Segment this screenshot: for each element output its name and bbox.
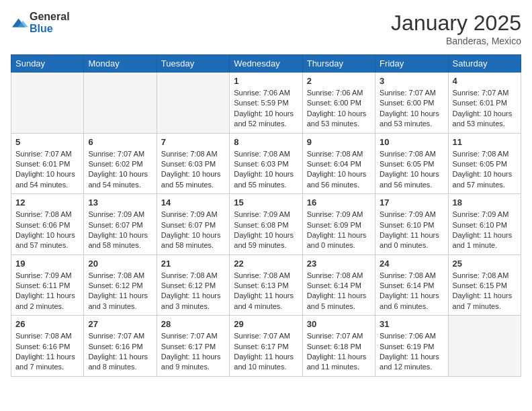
calendar-day: 30Sunrise: 7:07 AMSunset: 6:18 PMDayligh… xyxy=(302,316,375,377)
logo: General Blue xyxy=(11,11,70,35)
day-number: 15 xyxy=(234,197,298,208)
day-info: Sunrise: 7:09 AMSunset: 6:11 PMDaylight:… xyxy=(15,271,79,312)
day-number: 13 xyxy=(88,197,152,208)
daylight-text: Daylight: 10 hours and 57 minutes. xyxy=(15,230,79,251)
sunset-text: Sunset: 6:09 PM xyxy=(307,220,371,230)
daylight-text: Daylight: 10 hours and 54 minutes. xyxy=(88,169,152,190)
sunrise-text: Sunrise: 7:08 AM xyxy=(453,149,517,159)
daylight-text: Daylight: 11 hours and 0 minutes. xyxy=(380,230,443,251)
calendar-day: 16Sunrise: 7:09 AMSunset: 6:09 PMDayligh… xyxy=(302,194,375,255)
day-info: Sunrise: 7:07 AMSunset: 6:17 PMDaylight:… xyxy=(161,331,225,373)
calendar-week-row: 26Sunrise: 7:08 AMSunset: 6:16 PMDayligh… xyxy=(11,316,521,377)
day-number: 27 xyxy=(88,319,152,329)
sunset-text: Sunset: 6:00 PM xyxy=(307,98,371,108)
sunset-text: Sunset: 6:10 PM xyxy=(453,220,517,230)
sunset-text: Sunset: 6:17 PM xyxy=(161,342,225,352)
daylight-text: Daylight: 10 hours and 58 minutes. xyxy=(161,230,225,251)
header-wednesday: Wednesday xyxy=(230,55,302,73)
calendar-day: 7Sunrise: 7:08 AMSunset: 6:03 PMDaylight… xyxy=(157,133,229,194)
daylight-text: Daylight: 11 hours and 3 minutes. xyxy=(161,291,225,312)
day-number: 23 xyxy=(307,259,371,269)
calendar-day: 19Sunrise: 7:09 AMSunset: 6:11 PMDayligh… xyxy=(11,255,84,316)
sunrise-text: Sunrise: 7:08 AM xyxy=(234,149,298,159)
day-number: 9 xyxy=(307,137,371,147)
sunrise-text: Sunrise: 7:08 AM xyxy=(15,331,79,341)
day-number: 21 xyxy=(161,259,225,269)
calendar-day: 8Sunrise: 7:08 AMSunset: 6:03 PMDaylight… xyxy=(230,133,302,194)
daylight-text: Daylight: 11 hours and 10 minutes. xyxy=(234,352,298,373)
calendar-day: 26Sunrise: 7:08 AMSunset: 6:16 PMDayligh… xyxy=(11,316,84,377)
sunset-text: Sunset: 6:02 PM xyxy=(88,159,152,169)
daylight-text: Daylight: 11 hours and 8 minutes. xyxy=(88,352,152,373)
day-info: Sunrise: 7:08 AMSunset: 6:04 PMDaylight:… xyxy=(307,149,371,191)
sunset-text: Sunset: 6:07 PM xyxy=(161,220,225,230)
day-number: 10 xyxy=(380,137,443,147)
sunset-text: Sunset: 5:59 PM xyxy=(234,98,298,108)
daylight-text: Daylight: 10 hours and 53 minutes. xyxy=(307,109,371,130)
calendar-day: 18Sunrise: 7:09 AMSunset: 6:10 PMDayligh… xyxy=(448,194,521,255)
day-info: Sunrise: 7:07 AMSunset: 6:16 PMDaylight:… xyxy=(88,331,152,373)
daylight-text: Daylight: 10 hours and 56 minutes. xyxy=(307,169,371,190)
header-tuesday: Tuesday xyxy=(157,55,229,73)
day-info: Sunrise: 7:09 AMSunset: 6:10 PMDaylight:… xyxy=(453,210,517,251)
calendar-day xyxy=(84,73,157,134)
sunrise-text: Sunrise: 7:09 AM xyxy=(15,271,79,281)
calendar-week-row: 19Sunrise: 7:09 AMSunset: 6:11 PMDayligh… xyxy=(11,255,521,316)
daylight-text: Daylight: 11 hours and 12 minutes. xyxy=(380,352,443,373)
day-info: Sunrise: 7:08 AMSunset: 6:12 PMDaylight:… xyxy=(161,271,225,312)
sunset-text: Sunset: 6:12 PM xyxy=(88,281,152,291)
day-info: Sunrise: 7:08 AMSunset: 6:05 PMDaylight:… xyxy=(380,149,443,191)
day-number: 3 xyxy=(380,76,443,86)
day-info: Sunrise: 7:08 AMSunset: 6:14 PMDaylight:… xyxy=(307,271,371,312)
day-info: Sunrise: 7:09 AMSunset: 6:08 PMDaylight:… xyxy=(234,210,298,251)
calendar-day: 9Sunrise: 7:08 AMSunset: 6:04 PMDaylight… xyxy=(302,133,375,194)
day-number: 20 xyxy=(88,259,152,269)
day-info: Sunrise: 7:06 AMSunset: 5:59 PMDaylight:… xyxy=(234,88,298,130)
sunrise-text: Sunrise: 7:08 AM xyxy=(161,271,225,281)
day-number: 1 xyxy=(234,76,298,86)
day-number: 25 xyxy=(453,259,517,269)
day-info: Sunrise: 7:09 AMSunset: 6:07 PMDaylight:… xyxy=(161,210,225,251)
sunset-text: Sunset: 6:03 PM xyxy=(234,159,298,169)
logo-general: General xyxy=(30,11,70,22)
day-info: Sunrise: 7:08 AMSunset: 6:12 PMDaylight:… xyxy=(88,271,152,312)
sunset-text: Sunset: 6:14 PM xyxy=(380,281,443,291)
calendar-day: 2Sunrise: 7:06 AMSunset: 6:00 PMDaylight… xyxy=(302,73,375,134)
day-info: Sunrise: 7:08 AMSunset: 6:14 PMDaylight:… xyxy=(380,271,443,312)
daylight-text: Daylight: 11 hours and 2 minutes. xyxy=(15,291,79,312)
daylight-text: Daylight: 11 hours and 4 minutes. xyxy=(234,291,298,312)
day-info: Sunrise: 7:09 AMSunset: 6:10 PMDaylight:… xyxy=(380,210,443,251)
calendar-day: 17Sunrise: 7:09 AMSunset: 6:10 PMDayligh… xyxy=(375,194,448,255)
sunrise-text: Sunrise: 7:07 AM xyxy=(161,331,225,341)
sunrise-text: Sunrise: 7:07 AM xyxy=(307,331,371,341)
day-number: 5 xyxy=(15,137,79,147)
calendar-day xyxy=(157,73,229,134)
day-info: Sunrise: 7:07 AMSunset: 6:01 PMDaylight:… xyxy=(453,88,517,130)
day-info: Sunrise: 7:07 AMSunset: 6:01 PMDaylight:… xyxy=(15,149,79,191)
day-info: Sunrise: 7:06 AMSunset: 6:19 PMDaylight:… xyxy=(380,331,443,373)
sunrise-text: Sunrise: 7:09 AM xyxy=(380,210,443,220)
day-info: Sunrise: 7:08 AMSunset: 6:05 PMDaylight:… xyxy=(453,149,517,191)
daylight-text: Daylight: 11 hours and 3 minutes. xyxy=(88,291,152,312)
title-block: January 2025 Banderas, Mexico xyxy=(391,11,521,46)
daylight-text: Daylight: 10 hours and 56 minutes. xyxy=(380,169,443,190)
day-number: 22 xyxy=(234,259,298,269)
daylight-text: Daylight: 11 hours and 1 minute. xyxy=(453,230,517,251)
day-number: 30 xyxy=(307,319,371,329)
calendar-day: 24Sunrise: 7:08 AMSunset: 6:14 PMDayligh… xyxy=(375,255,448,316)
daylight-text: Daylight: 11 hours and 6 minutes. xyxy=(380,291,443,312)
header-monday: Monday xyxy=(84,55,157,73)
sunrise-text: Sunrise: 7:08 AM xyxy=(307,149,371,159)
sunset-text: Sunset: 6:19 PM xyxy=(380,342,443,352)
sunrise-text: Sunrise: 7:08 AM xyxy=(453,271,517,281)
day-info: Sunrise: 7:08 AMSunset: 6:15 PMDaylight:… xyxy=(453,271,517,312)
sunset-text: Sunset: 6:00 PM xyxy=(380,98,443,108)
sunset-text: Sunset: 6:01 PM xyxy=(15,159,79,169)
daylight-text: Daylight: 10 hours and 54 minutes. xyxy=(15,169,79,190)
day-number: 2 xyxy=(307,76,371,86)
sunrise-text: Sunrise: 7:08 AM xyxy=(88,271,152,281)
calendar-day: 20Sunrise: 7:08 AMSunset: 6:12 PMDayligh… xyxy=(84,255,157,316)
day-number: 11 xyxy=(453,137,517,147)
sunrise-text: Sunrise: 7:07 AM xyxy=(88,331,152,341)
calendar-day: 6Sunrise: 7:07 AMSunset: 6:02 PMDaylight… xyxy=(84,133,157,194)
